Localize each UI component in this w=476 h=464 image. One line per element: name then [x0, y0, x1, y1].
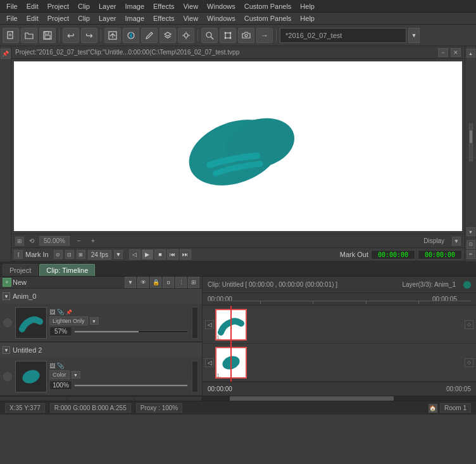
layer-option-1[interactable]: ▼ — [125, 277, 136, 288]
stop-btn[interactable]: ■ — [154, 249, 166, 260]
layer-group-2-header[interactable]: ▼ Untitled 2 — [0, 342, 202, 358]
menu-clip-1[interactable]: Clip — [74, 1, 94, 11]
fps-dropdown-btn[interactable]: ▼ — [114, 250, 123, 259]
track-1-options-btn[interactable]: ◁ — [205, 320, 214, 329]
zoom-fit-btn[interactable]: ⊞ — [15, 237, 24, 246]
layer-1-height-drag[interactable] — [192, 307, 198, 339]
arrow-btn[interactable]: → — [256, 28, 273, 43]
layer-group-2-vis[interactable]: ▼ — [3, 346, 10, 354]
menu-image-2[interactable]: Image — [121, 13, 148, 23]
display-options-btn[interactable]: ▼ — [452, 237, 461, 246]
layer-alpha-toggle[interactable]: α — [163, 277, 174, 288]
menu-custompanels-1[interactable]: Custom Panels — [241, 1, 296, 11]
playhead-line[interactable] — [230, 306, 232, 382]
open-file-btn[interactable] — [21, 28, 37, 43]
tab-clip-timeline[interactable]: Clip: Timeline — [39, 264, 95, 276]
layer-2-blend-dropdown[interactable]: ▼ — [72, 371, 80, 379]
menu-windows-2[interactable]: Windows — [203, 13, 239, 23]
timeline-scrollbar-thumb[interactable] — [230, 396, 394, 401]
layer-2-opacity[interactable]: 100% — [49, 380, 72, 390]
viewer-minimize-btn[interactable]: − — [438, 48, 448, 57]
add-layer-icon[interactable]: + — [3, 278, 11, 287]
layer-2-height-drag[interactable] — [192, 361, 198, 392]
menu-view-1[interactable]: View — [179, 1, 202, 11]
viewer-close-btn[interactable]: ✕ — [451, 48, 461, 57]
brush-btn[interactable] — [141, 28, 158, 43]
save-file-btn[interactable] — [39, 28, 56, 43]
zoom-minus-btn[interactable]: − — [75, 237, 84, 246]
play-btn[interactable]: ▶ — [142, 249, 153, 260]
search-btn[interactable] — [201, 28, 218, 43]
layer-1-blend-dropdown[interactable]: ▼ — [90, 317, 99, 325]
menu-help-1[interactable]: Help — [296, 1, 318, 11]
timeline-scrollbar[interactable] — [203, 396, 476, 401]
menu-file-1[interactable]: File — [3, 1, 22, 11]
scroll-down-btn[interactable]: ▼ — [467, 227, 475, 236]
menu-project-2[interactable]: Project — [44, 13, 73, 23]
menu-windows-1[interactable]: Windows — [203, 1, 239, 11]
scroll-thumb[interactable] — [470, 130, 472, 143]
layer-2-opacity-bar[interactable] — [74, 384, 188, 387]
scroll-up-btn[interactable]: ▲ — [467, 49, 475, 58]
menu-custompanels-2[interactable]: Custom Panels — [241, 13, 296, 23]
transform-btn[interactable] — [220, 28, 236, 43]
menu-effects-2[interactable]: Effects — [149, 13, 178, 23]
snap-btn[interactable]: ⊞ — [77, 250, 85, 259]
onion-skin-btn[interactable]: ⊙ — [54, 250, 63, 259]
layer-row-1: 🖼 📎 📌 Lighten Only ▼ 57% — [0, 304, 202, 342]
pen-tool-btn[interactable]: ✏ — [467, 250, 475, 259]
layer-1-opacity[interactable]: 57% — [49, 327, 72, 336]
track-2-options-btn[interactable]: ◁ — [205, 358, 214, 367]
color-btn[interactable] — [123, 28, 139, 43]
undo-btn[interactable]: ↩ — [63, 28, 79, 43]
layer-group-1-header[interactable]: ▼ Anim_0 — [0, 289, 202, 304]
menu-edit-2[interactable]: Edit — [23, 13, 42, 23]
tab-project[interactable]: Project — [3, 264, 38, 276]
layer-2-blend-mode[interactable]: Color — [49, 370, 70, 379]
layers-btn[interactable] — [160, 28, 176, 43]
camera-btn[interactable] — [238, 28, 254, 43]
svg-point-20 — [230, 37, 232, 39]
last-frame-btn[interactable]: ⏭ — [180, 249, 191, 260]
layer-indicator[interactable] — [463, 281, 471, 289]
color-group-btn[interactable]: Color Group — [135, 397, 202, 401]
layer-1-pin-icon[interactable]: 📌 — [66, 310, 72, 315]
menu-effects-1[interactable]: Effects — [149, 1, 178, 11]
room-icon[interactable]: 🏠 — [429, 404, 437, 413]
new-file-btn[interactable] — [3, 28, 19, 43]
first-frame-btn[interactable]: ⏮ — [167, 249, 178, 260]
export-btn[interactable] — [104, 28, 121, 43]
prev-frame-btn[interactable]: ◁ — [129, 249, 141, 260]
menu-view-2[interactable]: View — [179, 13, 202, 23]
notes-btn[interactable]: Notes — [0, 397, 67, 401]
layer-1-opacity-bar[interactable] — [74, 330, 188, 333]
timecode-current[interactable]: 00:00:00 — [371, 250, 415, 260]
layer-2-visibility-btn[interactable] — [3, 372, 12, 381]
mark-in-icon[interactable]: ⌈ — [14, 250, 23, 259]
menu-file-2[interactable]: File — [3, 13, 22, 23]
track-2-keyframe-btn[interactable]: ◇ — [465, 358, 473, 367]
layer-1-visibility-btn[interactable] — [3, 318, 12, 327]
menu-edit-1[interactable]: Edit — [23, 1, 42, 11]
light-btn[interactable] — [178, 28, 194, 43]
menu-help-2[interactable]: Help — [296, 13, 318, 23]
track-1-keyframe-btn[interactable]: ◇ — [465, 320, 473, 329]
layer-expand-btn[interactable]: ⊞ — [188, 277, 199, 288]
menu-clip-2[interactable]: Clip — [74, 13, 94, 23]
expand-btn[interactable]: ⊡ — [467, 240, 475, 249]
zoom-plus-btn[interactable]: + — [89, 237, 97, 246]
sound-btn[interactable]: Sound — [67, 397, 134, 401]
pin-icon[interactable]: 📌 — [1, 49, 11, 59]
menu-layer-1[interactable]: Layer — [95, 1, 120, 11]
layer-1-blend-mode[interactable]: Lighten Only — [49, 317, 88, 325]
menu-project-1[interactable]: Project — [44, 1, 73, 11]
menu-layer-2[interactable]: Layer — [95, 13, 120, 23]
layer-group-1-vis[interactable]: ▼ — [3, 292, 10, 300]
filename-dropdown-btn[interactable]: ▼ — [408, 28, 420, 43]
layer-more-btn[interactable]: ⋮ — [175, 277, 187, 288]
layer-lock-toggle[interactable]: 🔒 — [150, 277, 161, 288]
loop-btn[interactable]: ⊡ — [65, 250, 74, 259]
redo-btn[interactable]: ↪ — [81, 28, 97, 43]
menu-image-1[interactable]: Image — [121, 1, 148, 11]
layer-vis-toggle[interactable]: 👁 — [137, 277, 149, 288]
